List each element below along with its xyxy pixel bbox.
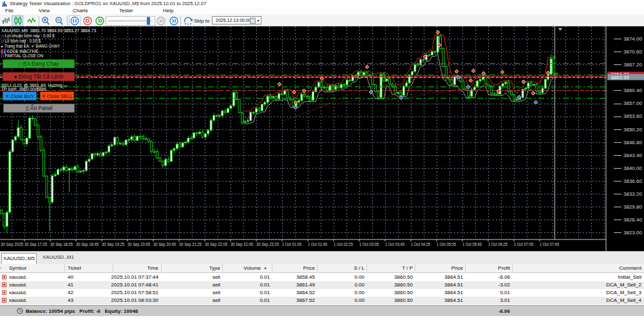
svg-text:30 Sep 2025: 30 Sep 2025 (1, 242, 23, 247)
svg-text:3853.60: 3853.60 (623, 113, 642, 119)
svg-text:1 Oct 04:25: 1 Oct 04:25 (411, 242, 430, 247)
svg-text:3867.20: 3867.20 (623, 62, 642, 68)
svg-text:30 Sep 17:25: 30 Sep 17:25 (24, 242, 47, 247)
svg-text:3829.80: 3829.80 (623, 204, 642, 210)
svg-text:30 Sep 22:05: 30 Sep 22:05 (205, 242, 227, 247)
svg-text:1 Oct 06:25: 1 Oct 06:25 (488, 242, 507, 247)
svg-text:30 Sep 20:45: 30 Sep 20:45 (153, 242, 176, 247)
svg-text:3826.40: 3826.40 (623, 217, 642, 223)
svg-text:1 Oct 01:45: 1 Oct 01:45 (308, 242, 327, 247)
svg-text:30 Sep 18:45: 30 Sep 18:45 (76, 242, 99, 247)
svg-text:3870.60: 3870.60 (623, 49, 642, 55)
svg-text:3840.00: 3840.00 (623, 165, 642, 171)
svg-text:3850.20: 3850.20 (623, 127, 642, 133)
svg-text:1 Oct 07:05: 1 Oct 07:05 (514, 242, 533, 247)
svg-text:3836.60: 3836.60 (623, 178, 642, 184)
svg-text:3874.00: 3874.00 (623, 36, 642, 42)
svg-text:3823.00: 3823.00 (623, 230, 642, 236)
svg-text:3833.20: 3833.20 (623, 191, 642, 197)
svg-text:1 Oct 03:45: 1 Oct 03:45 (385, 242, 404, 247)
svg-text:3860.40: 3860.40 (623, 88, 642, 93)
svg-text:30 Sep 20:05: 30 Sep 20:05 (128, 242, 150, 247)
svg-text:3846.80: 3846.80 (623, 140, 642, 145)
svg-text:1 Oct 01:05: 1 Oct 01:05 (282, 242, 301, 247)
svg-text:3843.40: 3843.40 (623, 153, 642, 158)
svg-text:1 Oct 03:05: 1 Oct 03:05 (359, 242, 379, 247)
svg-text:1 Oct 05:45: 1 Oct 05:45 (462, 242, 482, 247)
svg-text:1 Oct 05:05: 1 Oct 05:05 (437, 242, 456, 247)
svg-text:30 Sep 19:25: 30 Sep 19:25 (102, 242, 124, 247)
svg-text:1 Oct 07:45: 1 Oct 07:45 (540, 242, 559, 247)
svg-text:3857.00: 3857.00 (623, 100, 642, 106)
svg-text:1 Oct 02:25: 1 Oct 02:25 (334, 242, 353, 247)
svg-text:30 Sep 22:45: 30 Sep 22:45 (231, 242, 253, 247)
svg-text:30 Sep 18:05: 30 Sep 18:05 (50, 242, 73, 247)
svg-text:3863.95: 3863.95 (611, 75, 629, 80)
svg-text:30 Sep 21:25: 30 Sep 21:25 (179, 242, 202, 247)
svg-text:30 Sep 23:25: 30 Sep 23:25 (256, 242, 279, 247)
